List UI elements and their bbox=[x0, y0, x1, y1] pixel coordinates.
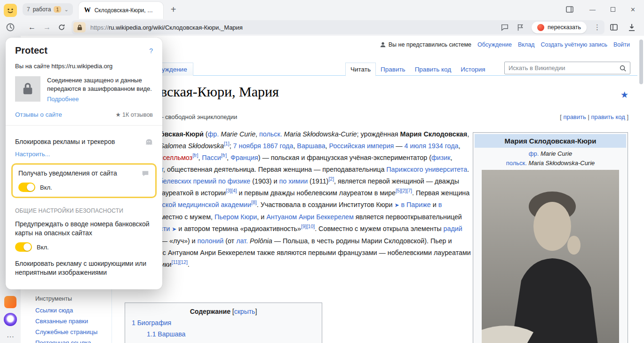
clock-icon bbox=[6, 23, 15, 32]
alice-assistant-icon[interactable] bbox=[4, 313, 17, 326]
details-link[interactable]: Подробнее bbox=[47, 95, 79, 104]
personal-bar: Вы не представились системе Обсуждение В… bbox=[380, 41, 630, 48]
user-status: Вы не представились системе bbox=[380, 41, 471, 48]
tab-strip: 7 работа 1 ⌄ W Склодовская-Кюри, Ма... +… bbox=[21, 0, 644, 19]
downloads-icon[interactable] bbox=[627, 23, 636, 32]
scrollbar-thumb[interactable] bbox=[639, 40, 643, 84]
lock-icon bbox=[77, 24, 83, 31]
personal-link-create-account[interactable]: Создать учётную запись bbox=[541, 41, 607, 48]
toc-item-warsaw[interactable]: 1.1 Варшава bbox=[147, 330, 322, 338]
side-panel-icon[interactable] bbox=[565, 5, 574, 14]
tools-header: Инструменты bbox=[35, 295, 97, 302]
chevron-down-icon: ⌄ bbox=[64, 7, 68, 13]
notifications-toggle[interactable] bbox=[18, 183, 35, 192]
personal-link-discussion[interactable]: Обсуждение bbox=[477, 41, 512, 48]
reload-button[interactable] bbox=[57, 23, 66, 32]
security-settings-header: ОБЩИЕ НАСТРОЙКИ БЕЗОПАСНОСТИ bbox=[15, 207, 153, 214]
minimize-button[interactable]: — bbox=[589, 6, 596, 13]
bank-warning-label: Предупреждать о вводе номера банковской … bbox=[15, 220, 153, 238]
address-bar-right bbox=[609, 23, 644, 32]
lock-icon-large bbox=[22, 81, 34, 96]
active-tab[interactable]: W Склодовская-Кюри, Ма... bbox=[79, 2, 163, 19]
lead-paragraph: Мари́я Склодо́вская-Кюри́ (фр. Marie Cur… bbox=[116, 128, 471, 271]
sidebar-link-related-changes[interactable]: Связанные правки bbox=[35, 318, 97, 325]
shocking-ads-label: Блокировать рекламу с шокирующими или не… bbox=[15, 259, 153, 277]
bookmark-flag-icon[interactable] bbox=[516, 23, 525, 32]
infobox-name-french: фр. Marie Curie bbox=[475, 150, 626, 157]
tab-edit[interactable]: Править bbox=[376, 63, 410, 76]
notifications-toggle-state: Вкл. bbox=[40, 184, 52, 191]
avatar-smiley-icon bbox=[4, 4, 17, 17]
personal-link-login[interactable]: Войти bbox=[613, 41, 630, 48]
new-tab-button[interactable]: + bbox=[171, 4, 176, 15]
table-of-contents: Содержание [скрыть] 1 Биография 1.1 Варш… bbox=[125, 303, 322, 343]
toc-hide-link[interactable]: [скрыть] bbox=[232, 308, 257, 315]
history-button[interactable] bbox=[6, 23, 15, 34]
maximize-button[interactable] bbox=[611, 7, 615, 12]
tab-group-count: 7 bbox=[27, 6, 30, 13]
url-menu-icon[interactable]: ⋮ bbox=[594, 23, 601, 32]
summarize-label: пересказать bbox=[548, 24, 581, 31]
ghost-icon bbox=[144, 138, 153, 146]
reviews-count: ★ 1К отзывов bbox=[115, 111, 153, 118]
page-scrollbar[interactable] bbox=[639, 37, 644, 342]
address-bar-row: ← → https://ru.wikipedia.org/wiki/Склодо… bbox=[21, 19, 644, 36]
sidebar-link-permanent[interactable]: Постоянная ссылка bbox=[35, 339, 97, 343]
adblock-configure-link[interactable]: Настроить... bbox=[15, 151, 153, 158]
tab-history[interactable]: История bbox=[456, 63, 490, 76]
infobox-title: Мария Склодовская-Кюри bbox=[475, 134, 626, 148]
maximize-icon bbox=[611, 7, 615, 12]
bank-warning-toggle-state: Вкл. bbox=[37, 244, 49, 251]
user-status-label: Вы не представились системе bbox=[389, 41, 471, 48]
connection-secure-text: Соединение защищено и данные передаются … bbox=[47, 77, 152, 92]
bank-warning-toggle[interactable] bbox=[15, 242, 32, 252]
page-view-tabs: Читать Править Править код История bbox=[345, 63, 490, 76]
protect-site-line: Вы на сайте https://ru.wikipedia.org bbox=[15, 63, 153, 70]
services-icon[interactable] bbox=[4, 296, 16, 308]
url-text: https://ru.wikipedia.org/wiki/Склодовска… bbox=[90, 24, 243, 31]
back-button[interactable]: ← bbox=[28, 23, 36, 32]
tab-read[interactable]: Читать bbox=[345, 63, 376, 76]
speech-bubble-icon bbox=[141, 169, 150, 178]
protect-title: Protect bbox=[15, 45, 48, 56]
close-button[interactable]: ✕ bbox=[630, 6, 636, 13]
tabs-panel-icon[interactable] bbox=[609, 23, 619, 32]
profile-avatar[interactable] bbox=[4, 4, 17, 17]
tab-group-badge: 1 bbox=[54, 6, 61, 13]
site-reviews-link[interactable]: Отзывы о сайте bbox=[15, 111, 62, 118]
toc-item-biography[interactable]: 1 Биография bbox=[132, 319, 322, 327]
protect-help-link[interactable]: ? bbox=[149, 47, 153, 55]
divider bbox=[6, 125, 162, 126]
tab-title: Склодовская-Кюри, Ма... bbox=[95, 7, 158, 14]
watch-star-icon[interactable]: ★ bbox=[620, 89, 628, 100]
wiki-search-input[interactable] bbox=[509, 64, 619, 72]
tab-edit-source[interactable]: Править код bbox=[410, 63, 456, 76]
summarize-icon bbox=[537, 24, 544, 31]
forward-button[interactable]: → bbox=[43, 23, 51, 32]
wiki-sidebar-tools: Инструменты Ссылки сюда Связанные правки… bbox=[35, 295, 97, 343]
protect-panel: Protect ? Вы на сайте https://ru.wikiped… bbox=[6, 38, 162, 289]
url-scheme: https:// bbox=[90, 24, 109, 31]
comments-icon[interactable] bbox=[501, 23, 509, 32]
address-bar[interactable]: https://ru.wikipedia.org/wiki/Склодовска… bbox=[72, 20, 604, 34]
notifications-setting-highlighted: Получать уведомления от сайта Вкл. bbox=[11, 163, 157, 198]
portrait-marie-curie[interactable] bbox=[482, 170, 619, 343]
toc-header: Содержание bbox=[190, 308, 231, 315]
summarize-button[interactable]: пересказать bbox=[532, 22, 587, 33]
tab-group-name: работа bbox=[33, 6, 51, 13]
sidebar-link-whatlinkshere[interactable]: Ссылки сюда bbox=[35, 307, 97, 314]
person-icon bbox=[380, 41, 386, 48]
sidebar-link-special-pages[interactable]: Служебные страницы bbox=[35, 328, 97, 335]
personal-link-contributions[interactable]: Вклад bbox=[518, 41, 535, 48]
adblock-label: Блокировка рекламы и трекеров bbox=[15, 138, 115, 145]
browser-window: ⋯ 7 работа 1 ⌄ W Склодовская-Кюри, Ма...… bbox=[0, 0, 644, 343]
url-actions: пересказать ⋮ bbox=[501, 22, 601, 33]
edit-links[interactable]: [ править | править код ] bbox=[560, 113, 628, 120]
wiki-search bbox=[504, 62, 630, 74]
protect-lock-button[interactable] bbox=[73, 22, 86, 32]
search-icon[interactable] bbox=[619, 64, 627, 72]
notifications-label: Получать уведомления от сайта bbox=[18, 169, 117, 177]
connection-lock-box bbox=[15, 76, 40, 102]
tab-group[interactable]: 7 работа 1 ⌄ bbox=[23, 3, 73, 16]
rail-more-icon[interactable]: ⋯ bbox=[0, 332, 21, 341]
